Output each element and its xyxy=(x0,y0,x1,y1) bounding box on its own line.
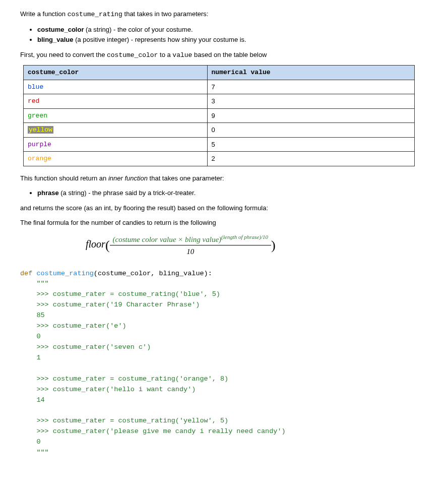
convert-code-1: costume_color xyxy=(107,51,158,59)
table-row: orange2 xyxy=(24,152,415,166)
inner-fn-paragraph: This function should return an inner fun… xyxy=(20,173,428,183)
color-value-table: costume_color numerical value blue7red3g… xyxy=(23,65,415,166)
table-row: blue7 xyxy=(24,80,415,94)
code-doctest-result: 85 xyxy=(36,312,44,319)
table-header-value: numerical value xyxy=(207,66,414,80)
code-doctest-result: 0 xyxy=(36,438,40,446)
table-row: red3 xyxy=(24,94,415,109)
color-name: red xyxy=(28,97,39,105)
code-doctest-result: 1 xyxy=(36,354,40,361)
color-name: green xyxy=(28,112,47,119)
convert-mid: to a xyxy=(158,51,172,58)
convert-post: based on the table below xyxy=(192,51,267,58)
table-header-row: costume_color numerical value xyxy=(24,66,415,80)
param-name: costume_color xyxy=(37,26,84,33)
color-name: purple xyxy=(28,141,51,148)
inner-pre: This function should return an xyxy=(20,174,108,182)
formula-denominator: 10 xyxy=(110,245,271,258)
color-name: blue xyxy=(28,83,43,91)
formula-rparen: ) xyxy=(271,238,276,253)
list-item: bling_value (a positive integer) - repre… xyxy=(37,35,428,45)
param-name: bling_value xyxy=(37,36,74,43)
intro-paragraph: Write a function costume_rating that tak… xyxy=(20,9,428,20)
list-item: costume_color (a string) - the color of … xyxy=(37,25,428,35)
code-def-params: (costume_color, bling_value): xyxy=(94,270,212,277)
code-doctest-line: >>> costume_rater('seven c') xyxy=(36,343,151,351)
table-cell-value: 3 xyxy=(207,94,414,109)
intro-text-post: that takes in two parameters: xyxy=(122,10,209,18)
formula-lparen: ( xyxy=(105,238,110,253)
table-row: green9 xyxy=(24,108,415,123)
table-cell-value: 7 xyxy=(207,80,414,94)
table-cell-color: orange xyxy=(24,152,208,166)
code-doctest-line: >>> costume_rater('hello i want candy') xyxy=(36,386,196,393)
convert-paragraph: First, you need to convert the costume_c… xyxy=(20,50,428,60)
returns-paragraph: and returns the score (as an int, by flo… xyxy=(20,203,428,213)
code-docstring-close: """ xyxy=(36,449,48,456)
inner-post: that takes one parameter: xyxy=(148,174,224,182)
param-desc: (a positive integer) - represents how sh… xyxy=(74,36,246,43)
param-desc: (a string) - the color of your costume. xyxy=(84,26,193,33)
formula: floor( (costume color value × bling valu… xyxy=(86,233,428,258)
code-block: def costume_rating(costume_color, bling_… xyxy=(20,269,428,459)
code-doctest-line: >>> costume_rater = costume_rating('blue… xyxy=(36,290,220,298)
table-cell-color: blue xyxy=(24,80,208,94)
param-name: phrase xyxy=(37,189,59,197)
code-doctest-result: 0 xyxy=(36,333,40,340)
code-doctest-line: >>> costume_rater = costume_rating('oran… xyxy=(36,375,228,383)
table-cell-color: purple xyxy=(24,137,208,152)
table-cell-color: green xyxy=(24,108,208,123)
table-row: yellow0 xyxy=(24,123,415,138)
list-item: phrase (a string) - the phrase said by a… xyxy=(37,188,428,198)
intro-text-pre: Write a function xyxy=(20,10,68,18)
table-cell-value: 2 xyxy=(207,152,414,166)
code-def-name: costume_rating xyxy=(36,270,93,277)
code-doctest-line: >>> costume_rater('19 Character Phrase') xyxy=(36,301,200,309)
table-cell-value: 9 xyxy=(207,108,414,123)
code-def-kw: def xyxy=(20,270,32,277)
code-doctest-result: 14 xyxy=(36,396,44,404)
color-name: yellow xyxy=(28,126,53,134)
table-cell-color: yellow xyxy=(24,123,208,138)
convert-code-2: value xyxy=(172,51,192,59)
code-doctest-line: >>> costume_rater = costume_rating('yell… xyxy=(36,417,228,424)
inner-em: inner function xyxy=(108,174,148,182)
table-cell-color: red xyxy=(24,94,208,109)
table-cell-value: 5 xyxy=(207,137,414,152)
table-header-color: costume_color xyxy=(24,66,208,80)
intro-params-list: costume_color (a string) - the color of … xyxy=(20,25,428,45)
intro-code-fn: costume_rating xyxy=(68,11,122,18)
convert-pre: First, you need to convert the xyxy=(20,51,107,58)
final-formula-intro: The final formula for the number of cand… xyxy=(20,218,428,228)
formula-num-text: (costume color value × bling value) xyxy=(113,235,221,243)
formula-floor: floor xyxy=(86,238,105,249)
formula-fraction: (costume color value × bling value)(leng… xyxy=(110,233,271,258)
code-docstring-open: """ xyxy=(36,280,48,287)
param-desc: (a string) - the phrase said by a trick-… xyxy=(59,189,196,197)
table-cell-value: 0 xyxy=(207,123,414,138)
code-doctest-line: >>> costume_rater('e') xyxy=(36,322,126,330)
formula-numerator: (costume color value × bling value)(leng… xyxy=(110,233,271,246)
inner-param-list: phrase (a string) - the phrase said by a… xyxy=(20,188,428,198)
table-row: purple5 xyxy=(24,137,415,152)
formula-exponent: (length of phrase)/10 xyxy=(221,234,268,240)
code-doctest-line: >>> costume_rater('please give me candy … xyxy=(36,427,285,435)
color-name: orange xyxy=(28,155,51,162)
